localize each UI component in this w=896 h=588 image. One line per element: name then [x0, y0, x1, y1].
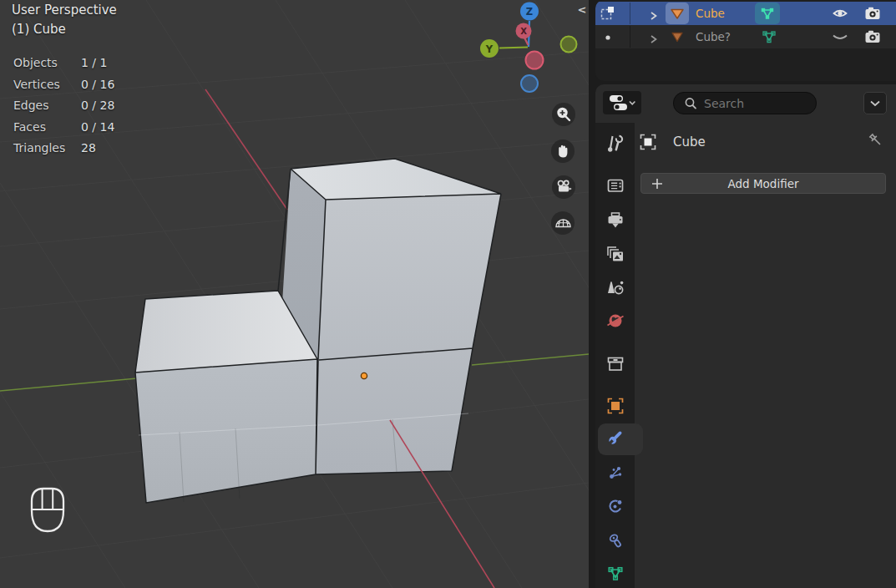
gizmo-y-label: Y: [485, 43, 494, 55]
gizmo-x-label: X: [520, 27, 527, 36]
eye-closed-icon: [830, 27, 850, 47]
tab-render[interactable]: [595, 169, 635, 202]
magnifier-plus-icon: [552, 103, 575, 126]
tab-data[interactable]: [595, 556, 635, 588]
tab-modifiers[interactable]: [595, 421, 635, 454]
blender-window: User Perspective (1) Cube Objects1 / 1 V…: [0, 0, 896, 588]
viewport-header-text: User Perspective (1) Cube: [12, 1, 117, 39]
tab-object[interactable]: [595, 389, 635, 423]
printer-icon: [605, 210, 625, 231]
outliner-row-cube2[interactable]: Cube?: [595, 25, 896, 48]
outliner-panel: Cube: [595, 0, 896, 81]
mesh-data-icon: [605, 563, 625, 583]
y-axis-line: [472, 354, 589, 365]
pin-icon[interactable]: [867, 131, 885, 150]
gizmo-neg-x-ball[interactable]: [526, 52, 544, 69]
tab-output[interactable]: [595, 204, 635, 237]
plus-icon: [650, 176, 665, 191]
breadcrumb-object-name[interactable]: Cube: [673, 132, 706, 152]
mesh-data-icon[interactable]: [759, 27, 779, 47]
outliner-column-divider: [630, 26, 630, 48]
tab-collection[interactable]: [595, 347, 635, 381]
properties-panel: Cube Add Modifier: [595, 84, 896, 588]
render-camera-icon: [605, 175, 625, 195]
zoom-button[interactable]: [552, 103, 575, 126]
box-select-indicator-icon: [597, 3, 619, 23]
scene-icon: [605, 277, 625, 297]
eye-open-icon: [830, 3, 850, 23]
cube-mesh[interactable]: [135, 159, 501, 503]
properties-header: [595, 84, 896, 123]
stat-faces: Faces0 / 14: [13, 117, 114, 139]
tab-view-layer[interactable]: [595, 237, 635, 271]
gizmo-z-label: Z: [526, 6, 533, 18]
physics-orbit-icon: [605, 496, 625, 516]
mesh-object-icon[interactable]: [667, 27, 687, 47]
object-icon: [605, 396, 625, 416]
render-visibility-toggle[interactable]: [862, 3, 883, 23]
tab-particles[interactable]: [595, 456, 635, 489]
stat-vertices: Vertices0 / 16: [13, 74, 114, 96]
tool-icon: [605, 133, 625, 153]
viewport-3d[interactable]: User Perspective (1) Cube Objects1 / 1 V…: [0, 0, 589, 588]
stat-triangles: Triangles28: [13, 138, 114, 160]
grid-dome-icon: [551, 211, 575, 235]
mesh-object-icon[interactable]: [666, 3, 689, 24]
gizmo-neg-z-ball[interactable]: [521, 75, 538, 92]
y-axis-line: [0, 378, 137, 391]
pan-hand-button[interactable]: [551, 139, 575, 163]
render-visibility-toggle[interactable]: [862, 27, 883, 47]
tab-physics[interactable]: [595, 489, 635, 523]
search-icon: [681, 95, 704, 112]
scene-statistics: Objects1 / 1 Vertices0 / 16 Edges0 / 28 …: [13, 53, 114, 160]
wrench-icon: [605, 428, 625, 448]
gizmo-y-line: [499, 48, 528, 48]
camera-view-button[interactable]: [552, 175, 575, 199]
panel-collapse-arrow[interactable]: <: [576, 3, 588, 18]
particles-icon: [605, 463, 625, 483]
camera-icon: [863, 3, 883, 23]
navigation-gizmo[interactable]: Y X Z: [468, 0, 580, 99]
tab-constraints[interactable]: [595, 524, 635, 557]
mesh-data-icon[interactable]: [755, 3, 780, 24]
visibility-eye-toggle[interactable]: [829, 27, 851, 47]
chevron-down-icon: [869, 99, 881, 108]
view-perspective-label: User Perspective: [12, 1, 117, 20]
object-origin-dot[interactable]: [361, 373, 367, 378]
world-globe-icon: [605, 311, 625, 331]
object-name[interactable]: Cube: [696, 2, 725, 25]
expand-chevron-icon[interactable]: [649, 32, 659, 48]
stacked-images-icon: [605, 244, 625, 264]
tab-scene[interactable]: [595, 271, 635, 304]
add-modifier-label: Add Modifier: [727, 177, 798, 190]
properties-editor-icon: [607, 92, 637, 114]
object-name[interactable]: Cube?: [696, 25, 731, 48]
mouse-icon: [32, 489, 63, 531]
constraints-icon: [605, 530, 625, 550]
gizmo-neg-y-ball[interactable]: [561, 37, 577, 53]
tab-world[interactable]: [595, 304, 635, 337]
x-axis-line: [205, 89, 287, 210]
stat-objects: Objects1 / 1: [13, 53, 114, 74]
perspective-grid-button[interactable]: [551, 211, 575, 235]
collection-box-icon: [605, 354, 625, 374]
tab-tool[interactable]: [595, 126, 635, 160]
panel-dropdown-button[interactable]: [863, 92, 887, 114]
stat-edges: Edges0 / 28: [13, 95, 114, 117]
add-modifier-button[interactable]: Add Modifier: [640, 173, 886, 194]
visibility-eye-toggle[interactable]: [829, 3, 851, 23]
active-collection-label: (1) Cube: [12, 20, 117, 39]
row-dot-indicator: [597, 27, 619, 47]
editor-type-button[interactable]: [603, 91, 641, 114]
outliner-column-divider: [630, 3, 630, 24]
hand-icon: [551, 139, 575, 163]
expand-chevron-icon[interactable]: [649, 8, 659, 24]
object-breadcrumb-icon: [638, 132, 658, 152]
camera-icon: [863, 27, 883, 47]
search-input[interactable]: [704, 97, 804, 110]
search-field[interactable]: [673, 92, 817, 114]
outliner-row-cube[interactable]: Cube: [595, 2, 896, 25]
movie-camera-icon: [552, 175, 575, 199]
